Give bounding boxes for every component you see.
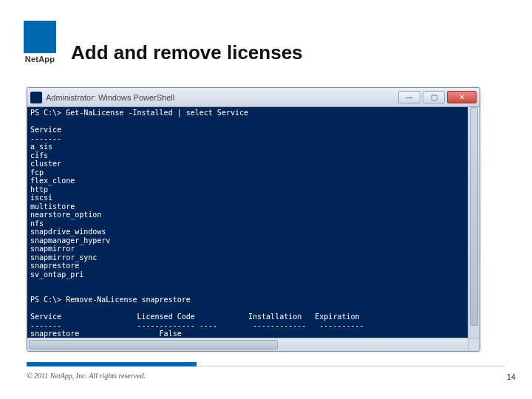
horizontal-scrollbar[interactable]: [27, 338, 480, 351]
close-button[interactable]: ✕: [447, 91, 477, 103]
brand-text: NetApp: [18, 55, 62, 64]
window-title: Administrator: Windows PowerShell: [46, 93, 174, 102]
minimize-button[interactable]: —: [398, 91, 420, 103]
window-controls: — ▢ ✕: [398, 91, 477, 103]
titlebar-left: Administrator: Windows PowerShell: [30, 92, 174, 103]
accent-bar: [27, 362, 197, 366]
resize-grip[interactable]: [468, 338, 480, 351]
footer: © 2011 NetApp, Inc. All rights reserved.: [27, 372, 499, 380]
copyright-text: © 2011 NetApp, Inc. All rights reserved.: [27, 372, 146, 380]
horizontal-scroll-thumb[interactable]: [29, 340, 278, 349]
powershell-icon: [30, 92, 42, 103]
slide: NetApp Add and remove licenses Administr…: [0, 0, 532, 399]
vertical-scrollbar[interactable]: [468, 107, 480, 338]
logo-block: NetApp: [18, 21, 62, 64]
page-title: Add and remove licenses: [71, 41, 303, 64]
console-output[interactable]: PS C:\> Get-NaLicense -Installed | selec…: [27, 107, 468, 338]
vertical-scroll-thumb[interactable]: [470, 107, 478, 326]
titlebar[interactable]: Administrator: Windows PowerShell — ▢ ✕: [27, 88, 480, 107]
window-client: PS C:\> Get-NaLicense -Installed | selec…: [27, 107, 480, 338]
page-number: 14: [507, 372, 516, 381]
netapp-logo-icon: [24, 21, 56, 53]
maximize-button[interactable]: ▢: [423, 91, 445, 103]
powershell-window: Administrator: Windows PowerShell — ▢ ✕ …: [27, 87, 480, 352]
